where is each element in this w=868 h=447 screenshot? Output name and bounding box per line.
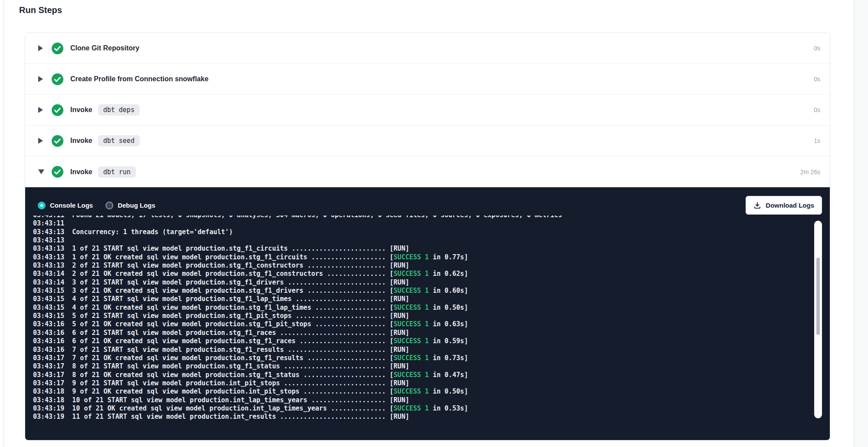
log-line: 03:43:18 9 of 21 OK created sql view mod… [33,387,812,396]
console-scrollbar-thumb[interactable] [816,258,820,335]
log-line: 03:43:11 Found 21 models, 17 tests, 0 sn… [33,215,812,219]
log-success-badge: SUCCESS 1 [394,404,429,412]
triangle-right-icon [38,76,43,82]
log-success-badge: SUCCESS 1 [394,337,429,345]
log-line: 03:43:14 3 of 21 START sql view model pr… [33,278,812,287]
step-duration: 2m 26s [800,169,820,175]
expand-chevron-icon[interactable] [38,138,44,144]
run-step-row-4[interactable]: Invokedbt seed1s [25,126,830,156]
left-panel-divider [3,0,4,447]
step-label: Invoke [70,137,92,145]
expand-chevron-icon[interactable] [38,76,44,82]
page: Run Steps Clone Git Repository0sCreate P… [0,0,868,447]
run-steps-card: Clone Git Repository0sCreate Profile fro… [25,33,830,440]
step-command-chip: dbt run [98,166,136,178]
log-line: 03:43:13 1 of 21 OK created sql view mod… [33,253,812,262]
triangle-right-icon [38,107,43,113]
log-success-badge: SUCCESS 1 [394,270,429,278]
log-success-badge: SUCCESS 1 [394,371,429,379]
radio-selected-icon[interactable] [38,202,46,209]
log-success-badge: SUCCESS 1 [394,304,429,311]
log-success-badge: SUCCESS 1 [394,387,429,395]
step-success-check-icon [52,166,63,178]
step-duration: 0s [814,45,820,52]
triangle-right-icon [38,45,43,51]
log-line: 03:43:15 5 of 21 START sql view model pr… [33,312,812,320]
step-duration: 0s [814,76,820,83]
log-line: 03:43:15 4 of 21 START sql view model pr… [33,295,812,303]
log-success-badge: SUCCESS 1 [394,253,429,261]
step-label: Invoke [70,168,92,176]
log-line: 03:43:16 5 of 21 OK created sql view mod… [33,320,812,328]
log-line: 03:43:14 2 of 21 OK created sql view mod… [33,270,812,278]
log-success-badge: SUCCESS 1 [394,287,429,295]
log-type-option-debug-logs[interactable]: Debug Logs [105,202,155,209]
radio-label: Debug Logs [118,202,155,209]
step-success-check-icon [52,135,63,147]
radio-unselected-icon[interactable] [105,202,113,209]
step-success-check-icon [52,43,63,54]
download-logs-label: Download Logs [766,202,814,209]
log-success-badge: SUCCESS 1 [394,354,429,362]
console-log-lines: 03:43:11 Found 21 models, 17 tests, 0 sn… [33,215,812,421]
page-right-gutter [854,0,868,447]
log-line: 03:43:18 10 of 21 START sql view model p… [33,396,812,404]
log-line: 03:43:17 7 of 21 OK created sql view mod… [33,354,812,362]
step-label: Invoke [70,106,92,114]
log-line: 03:43:17 8 of 21 START sql view model pr… [33,362,812,371]
log-line: 03:43:17 9 of 21 START sql view model pr… [33,379,812,387]
log-line: 03:43:16 7 of 21 START sql view model pr… [33,346,812,354]
collapse-chevron-icon[interactable] [38,169,44,174]
run-step-row-1[interactable]: Clone Git Repository0s [25,33,830,64]
triangle-down-icon [38,169,44,174]
log-line: 03:43:17 8 of 21 OK created sql view mod… [33,371,812,379]
log-line: 03:43:15 4 of 21 OK created sql view mod… [33,304,812,312]
radio-label: Console Logs [50,202,93,209]
log-line: 03:43:16 6 of 21 START sql view model pr… [33,329,812,337]
console-scrollbar[interactable] [814,221,822,418]
step-success-check-icon [52,104,63,116]
expand-chevron-icon[interactable] [38,107,44,113]
log-line: 03:43:13 1 of 21 START sql view model pr… [33,245,812,253]
step-duration: 1s [814,137,820,144]
log-line: 03:43:13 [33,236,812,245]
console-log[interactable]: 03:43:11 Found 21 models, 17 tests, 0 sn… [33,215,812,438]
run-step-row-3[interactable]: Invokedbt deps0s [25,95,830,126]
step-duration: 0s [814,106,820,113]
triangle-right-icon [38,138,43,144]
run-step-row-5[interactable]: Invokedbt run2m 26s [25,156,830,187]
log-type-radio-group: Console LogsDebug Logs [38,196,168,215]
step-label: Create Profile from Connection snowflake [70,75,208,83]
log-line: 03:43:19 11 of 21 START sql view model p… [33,413,812,421]
run-steps-list: Clone Git Repository0sCreate Profile fro… [25,33,830,187]
log-line: 03:43:15 3 of 21 OK created sql view mod… [33,287,812,295]
step-command-chip: dbt deps [98,104,140,116]
console-panel: Console LogsDebug Logs Download Logs 03:… [25,187,830,440]
log-success-badge: SUCCESS 1 [394,320,429,328]
log-line: 03:43:11 [33,219,812,228]
step-success-check-icon [52,73,63,85]
run-step-row-2[interactable]: Create Profile from Connection snowflake… [25,64,830,95]
log-line: 03:43:16 6 of 21 OK created sql view mod… [33,337,812,345]
log-line: 03:43:13 Concurrency: 1 threads (target=… [33,228,812,236]
step-command-chip: dbt seed [98,135,140,146]
expand-chevron-icon[interactable] [38,45,44,51]
log-type-option-console-logs[interactable]: Console Logs [38,202,93,209]
download-logs-button[interactable]: Download Logs [746,196,822,215]
step-label: Clone Git Repository [70,44,139,52]
page-title: Run Steps [19,5,62,15]
download-icon [753,202,766,209]
log-line: 03:43:19 10 of 21 OK created sql view mo… [33,404,812,413]
log-line: 03:43:13 2 of 21 START sql view model pr… [33,262,812,270]
